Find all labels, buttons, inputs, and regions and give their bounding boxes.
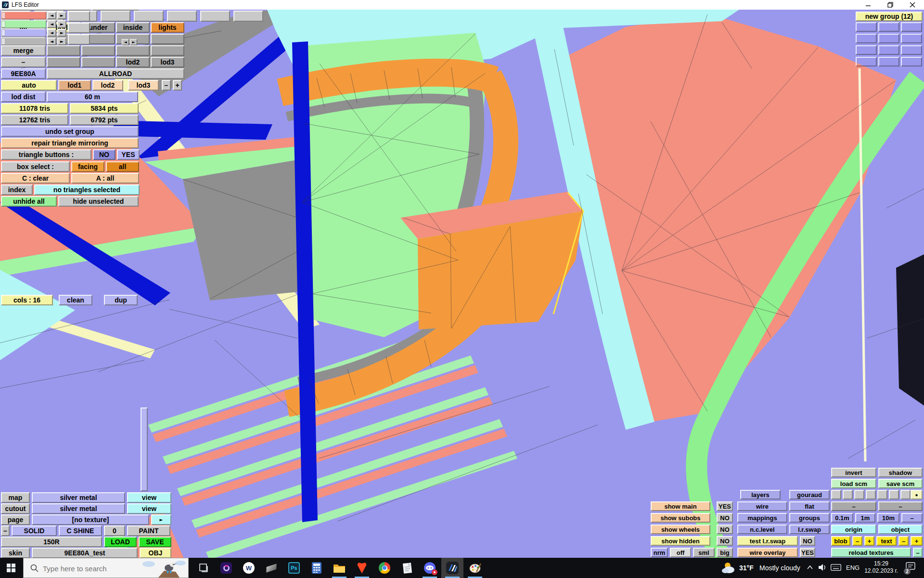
box-select-facing[interactable]: facing — [71, 161, 104, 172]
action-center-icon[interactable]: 2 — [905, 562, 916, 574]
weather-icon[interactable] — [722, 561, 736, 575]
zero-button[interactable]: 0 — [104, 525, 125, 536]
weather-temp[interactable]: 31°F — [739, 564, 754, 572]
layer-dot-button[interactable]: ● — [911, 490, 923, 499]
show-hidden-value[interactable]: NO — [717, 536, 733, 546]
red-slider[interactable] — [1, 12, 46, 19]
groups-button[interactable]: groups — [789, 513, 830, 523]
empty-cell[interactable] — [81, 57, 115, 67]
lod1-button[interactable]: lod1 — [58, 80, 91, 91]
show-hidden-label[interactable]: show hidden — [651, 536, 710, 546]
file-explorer-icon[interactable] — [328, 558, 350, 578]
layer-letter-button[interactable] — [877, 490, 887, 499]
undo-set-group-button[interactable]: undo set group — [1, 126, 139, 137]
page-value[interactable]: [no texture] — [32, 514, 149, 525]
slider-right-button[interactable]: ► — [57, 29, 66, 37]
blue-slider[interactable] — [1, 29, 46, 37]
show-subobs-label[interactable]: show subobs — [651, 513, 710, 523]
color-value[interactable] — [68, 23, 90, 33]
cols-button[interactable]: cols : 16 — [1, 295, 53, 305]
box-select-all[interactable]: all — [106, 161, 139, 172]
nc-level-button[interactable]: n.c.level — [737, 525, 787, 534]
group-cell[interactable] — [878, 34, 899, 43]
group-cell[interactable] — [901, 45, 922, 55]
show-wheels-label[interactable]: show wheels — [651, 525, 710, 534]
show-subobs-value[interactable]: NO — [717, 513, 733, 523]
slider-right-button[interactable]: ► — [57, 12, 66, 19]
shadow-button[interactable]: shadow — [878, 468, 923, 477]
grid-1m-button[interactable]: 1m — [855, 513, 875, 523]
slider-left-button[interactable]: ◄ — [47, 20, 56, 28]
page-label[interactable]: page — [1, 514, 30, 525]
unhide-all-button[interactable]: unhide all — [1, 196, 57, 207]
preview-left-button[interactable]: ◄ — [122, 39, 129, 45]
reload-textures-button[interactable]: reload textures — [831, 548, 911, 557]
slider-left-button[interactable]: ◄ — [47, 38, 56, 45]
origin-button[interactable]: origin — [831, 525, 876, 534]
group-cell[interactable] — [878, 45, 899, 55]
volume-icon[interactable] — [818, 564, 827, 571]
group-cell[interactable] — [856, 22, 877, 32]
wire-button[interactable]: wire — [737, 501, 787, 511]
layer-letter-button[interactable] — [866, 490, 876, 499]
notepad-icon[interactable] — [396, 558, 418, 578]
discord-icon[interactable] — [419, 558, 441, 578]
skin-value[interactable]: 9EE80A_test — [32, 548, 138, 558]
index-button[interactable]: index — [1, 184, 33, 195]
group-cell[interactable] — [901, 34, 922, 43]
repair-mirroring-button[interactable]: repair triangle mirroring — [1, 138, 139, 148]
photoshop-icon[interactable]: Ps — [283, 558, 305, 578]
group-cell[interactable] — [856, 57, 877, 66]
dash-cell[interactable]: – — [878, 501, 923, 511]
lfs-editor-icon[interactable] — [441, 558, 463, 578]
wondershare-app-icon[interactable]: W — [238, 558, 260, 578]
wedge-app-icon[interactable] — [260, 558, 282, 578]
dup-button[interactable]: dup — [104, 295, 138, 305]
empty-cell[interactable] — [81, 45, 115, 56]
start-button[interactable] — [0, 558, 22, 578]
group-cell[interactable] — [878, 57, 899, 66]
slider-handle[interactable] — [1, 12, 5, 19]
search-box[interactable] — [23, 558, 189, 578]
language-indicator[interactable]: ENG — [846, 564, 860, 571]
lr-swap-button[interactable]: l.r.swap — [789, 525, 830, 534]
flat-button[interactable]: flat — [789, 501, 830, 511]
nrm-sml-button[interactable]: sml — [693, 548, 715, 557]
model-id-button[interactable]: 9EE80A — [1, 68, 46, 79]
wire-overlay-label[interactable]: wire overlay — [737, 548, 798, 557]
layer-letter-button[interactable] — [900, 490, 911, 499]
slider-handle[interactable] — [1, 29, 5, 36]
slider-handle[interactable] — [1, 38, 5, 45]
task-view-icon[interactable] — [192, 558, 215, 578]
gouraud-button[interactable]: gouraud — [789, 490, 830, 499]
lod3-button[interactable]: lod3 — [128, 80, 159, 91]
invert-button[interactable]: invert — [831, 468, 876, 477]
media-app-icon[interactable] — [215, 558, 237, 578]
c-shine-button[interactable]: C SHINE — [59, 525, 102, 536]
tray-chevron-icon[interactable] — [807, 565, 813, 570]
object-button[interactable]: object — [878, 525, 923, 534]
menu-item[interactable] — [167, 11, 197, 22]
blob-button[interactable]: blob — [831, 536, 850, 546]
empty-cell[interactable] — [151, 34, 184, 44]
blob-minus-button[interactable]: – — [852, 536, 862, 546]
slider-left-button[interactable]: ◄ — [47, 12, 56, 19]
close-button[interactable] — [901, 0, 924, 10]
obj-button[interactable]: OBJ — [140, 548, 171, 558]
show-main-value[interactable]: YES — [717, 501, 733, 511]
text-plus-button[interactable]: + — [911, 536, 923, 546]
text-minus-button[interactable]: – — [898, 536, 909, 546]
search-input[interactable] — [43, 562, 139, 575]
save-scm-button[interactable]: save scm — [878, 479, 923, 488]
tab-lights[interactable]: lights — [151, 22, 184, 33]
nrm-button[interactable]: nrm — [651, 548, 668, 557]
color-value[interactable] — [68, 34, 90, 45]
a-all-button[interactable]: A : all — [71, 173, 139, 184]
triangle-buttons-yes[interactable]: YES — [117, 149, 140, 160]
empty-cell[interactable] — [116, 45, 150, 56]
nrm-big-button[interactable]: big — [717, 548, 733, 557]
shine-slider[interactable] — [1, 38, 46, 45]
cutout-label[interactable]: cutout — [1, 503, 30, 514]
slider-left-button[interactable]: ◄ — [47, 29, 56, 37]
grid-dash-button[interactable]: – — [901, 513, 923, 523]
